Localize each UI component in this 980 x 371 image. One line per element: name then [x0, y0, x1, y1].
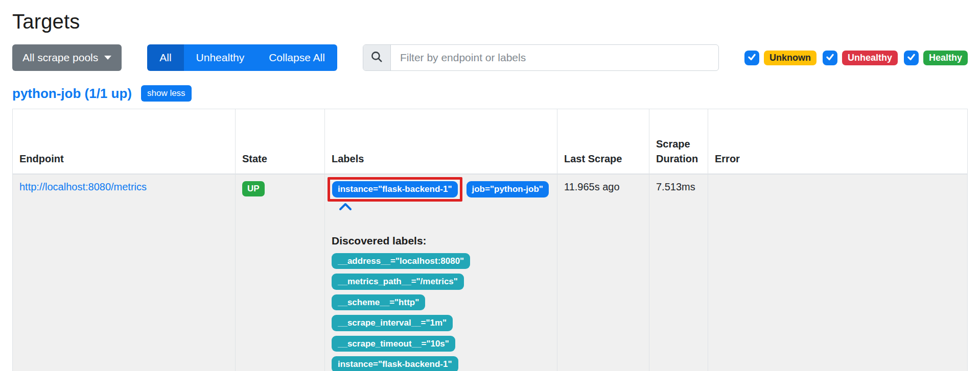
last-scrape-value: 11.965s ago — [564, 181, 620, 192]
search-icon — [370, 50, 383, 65]
highlight-box: instance="flask-backend-1" — [328, 177, 462, 202]
last-scrape-cell: 11.965s ago — [557, 174, 649, 371]
state-filter-healthy: Healthy — [904, 51, 968, 65]
column-header-endpoint: Endpoint — [13, 109, 236, 175]
state-up-badge: UP — [242, 181, 265, 196]
job-section-header: python-job (1/1 up) show less — [12, 85, 968, 102]
discovered-label-badge-scrape-timeout: __scrape_timeout__="10s" — [332, 336, 455, 352]
job-title[interactable]: python-job (1/1 up) — [12, 86, 132, 102]
discovered-label-badge-instance: instance="flask-backend-1" — [332, 356, 458, 371]
collapse-labels-toggle[interactable] — [339, 203, 352, 211]
unhealthy-badge[interactable]: Unhealthy — [842, 51, 898, 65]
targets-page: Targets All scrape pools AllUnhealthyCol… — [0, 0, 980, 371]
state-filter-unknown: Unknown — [744, 51, 816, 65]
state-filters: UnknownUnhealthyHealthy — [744, 51, 968, 65]
discovered-label-badge-scheme: __scheme__="http" — [332, 294, 425, 311]
scrape-pools-dropdown[interactable]: All scrape pools — [12, 44, 122, 71]
discovered-labels-heading: Discovered labels: — [332, 235, 550, 247]
state-cell: UP — [236, 174, 325, 371]
scrape-duration-cell: 7.513ms — [649, 174, 708, 371]
filter-button-all[interactable]: All — [147, 44, 183, 71]
healthy-badge[interactable]: Healthy — [923, 51, 968, 65]
page-title: Targets — [12, 10, 968, 33]
target-labels: instance="flask-backend-1"job="python-jo… — [332, 181, 550, 197]
target-filter-button-group: AllUnhealthyCollapse All — [147, 44, 337, 71]
column-header-error: Error — [708, 109, 968, 175]
discovered-label-badge-metrics-path: __metrics_path__="/metrics" — [332, 274, 464, 290]
column-header-labels: Labels — [325, 109, 557, 175]
endpoint-link[interactable]: http://localhost:8080/metrics — [19, 181, 147, 192]
column-header-state: State — [236, 109, 325, 175]
column-header-scrape-duration: Scrape Duration — [649, 109, 708, 175]
chevron-up-icon — [339, 202, 352, 213]
unknown-checkbox[interactable] — [744, 51, 759, 65]
search-addon — [363, 45, 391, 70]
check-icon — [907, 53, 916, 63]
search-input[interactable] — [391, 45, 718, 70]
healthy-checkbox[interactable] — [904, 51, 919, 65]
unhealthy-checkbox[interactable] — [823, 51, 837, 65]
target-label-badge-job[interactable]: job="python-job" — [466, 181, 549, 197]
state-filter-unhealthy: Unhealthy — [823, 51, 898, 65]
toolbar: All scrape pools AllUnhealthyCollapse Al… — [12, 44, 968, 71]
discovered-label-badge-address: __address__="localhost:8080" — [332, 253, 470, 269]
discovered-labels-list: __address__="localhost:8080"__metrics_pa… — [332, 253, 550, 371]
table-header-row: EndpointStateLabelsLast ScrapeScrape Dur… — [13, 109, 968, 175]
error-cell — [708, 174, 968, 371]
caret-down-icon — [104, 56, 111, 60]
target-label-badge-instance[interactable]: instance="flask-backend-1" — [332, 181, 458, 197]
table-row: http://localhost:8080/metrics UP instanc… — [13, 174, 968, 371]
filter-button-collapse-all[interactable]: Collapse All — [256, 44, 337, 71]
labels-cell: instance="flask-backend-1"job="python-jo… — [325, 174, 557, 371]
discovered-label-badge-scrape-interval: __scrape_interval__="1m" — [332, 315, 453, 331]
scrape-pools-dropdown-label: All scrape pools — [22, 52, 98, 64]
column-header-last-scrape: Last Scrape — [557, 109, 649, 175]
unknown-badge[interactable]: Unknown — [764, 51, 816, 65]
show-less-button[interactable]: show less — [141, 85, 192, 102]
scrape-duration-value: 7.513ms — [656, 181, 695, 192]
filter-button-unhealthy[interactable]: Unhealthy — [184, 44, 257, 71]
targets-table: EndpointStateLabelsLast ScrapeScrape Dur… — [12, 109, 968, 371]
check-icon — [748, 53, 756, 63]
search-group — [363, 44, 719, 71]
check-icon — [826, 53, 834, 63]
endpoint-cell: http://localhost:8080/metrics — [13, 174, 236, 371]
